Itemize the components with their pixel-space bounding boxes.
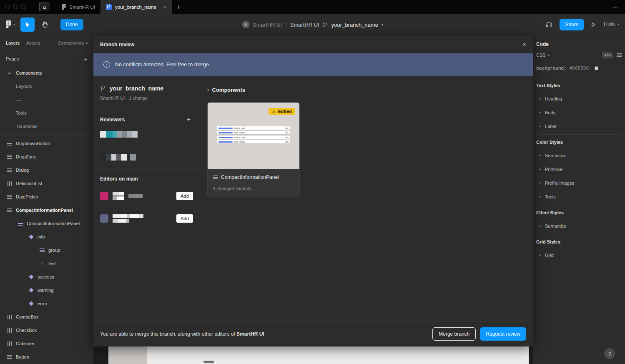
columns-icon — [8, 315, 12, 319]
add-page-button[interactable]: + — [84, 55, 88, 63]
layer-label: CompactInformationPanel — [27, 221, 80, 226]
code-language[interactable]: CSS — [536, 53, 546, 58]
help-button[interactable]: ? — [604, 348, 615, 359]
code-view-toggle-button[interactable]: </> — [602, 52, 613, 58]
chevron-down-icon[interactable]: ▾ — [382, 23, 383, 27]
modal-header: Branch review × — [93, 35, 533, 53]
style-item[interactable]: ▸Semantics — [536, 219, 622, 233]
branch-meta: SmartHR UI · 1 change — [100, 95, 193, 100]
layer-row[interactable]: ComboBox — [0, 310, 93, 324]
layer-row[interactable]: CheckBox — [0, 324, 93, 337]
layer-row[interactable]: DropZone — [0, 150, 93, 163]
component-card-caption: CompactInformationPanel 4 changed varian… — [208, 169, 299, 197]
chevron-right-icon: ▸ — [540, 97, 541, 100]
breadcrumb-file[interactable]: SmartHR UI — [290, 22, 319, 28]
page-item-layouts[interactable]: Layouts — [0, 80, 93, 93]
layer-row[interactable]: group — [0, 244, 93, 257]
style-item[interactable]: ▸Heading — [536, 92, 622, 105]
variant-diamond-icon — [29, 288, 33, 292]
cursor-icon — [24, 21, 31, 28]
layer-label: error — [38, 301, 47, 306]
table-view-toggle-button[interactable] — [617, 53, 622, 57]
zoom-menu[interactable]: 114% ▾ — [603, 22, 619, 28]
layer-row[interactable]: warning — [0, 284, 93, 297]
layer-label: info — [38, 234, 45, 239]
layers-list: DropdownButton DropZone Dialog Definitio… — [0, 136, 93, 364]
breadcrumb-team[interactable]: SmartHR UI — [253, 22, 282, 28]
warning-icon: ⚠ — [272, 109, 276, 114]
section-title: Text Styles — [536, 79, 622, 92]
style-item[interactable]: ▸Primitive — [536, 162, 622, 176]
changed-component-card[interactable]: ⚠ Edited CompactInforma — [207, 102, 300, 197]
tab-layers[interactable]: Layers — [6, 40, 20, 45]
hand-tool-button[interactable] — [38, 18, 52, 32]
component-thumbnail: ⚠ Edited — [208, 103, 299, 169]
layer-row[interactable]: Dialog — [0, 163, 93, 177]
merge-branch-button[interactable]: Merge branch — [432, 327, 476, 341]
css-property: background: — [536, 65, 567, 71]
file-tab-smarthr-ui[interactable]: SmartHR UI — [56, 0, 100, 14]
layer-row[interactable]: success — [0, 270, 93, 284]
components-section-title: Components — [212, 87, 245, 93]
add-reviewer-button[interactable]: + — [187, 116, 191, 123]
chevron-right-icon: ▸ — [540, 124, 541, 128]
horizontal-scrollbar[interactable] — [203, 361, 214, 363]
overflow-menu-button[interactable]: ⋯ — [612, 3, 625, 11]
main-menu-button[interactable]: ▾ — [3, 19, 18, 30]
add-editor-button[interactable]: Add — [176, 214, 193, 223]
layer-row[interactable]: Button — [0, 350, 93, 364]
style-item[interactable]: ▸Semantics — [536, 148, 622, 162]
page-item-dashes[interactable]: ---- — [0, 93, 93, 106]
done-button[interactable]: Done — [60, 19, 83, 30]
window-close-button[interactable] — [5, 5, 10, 9]
redacted-editor-meta — [128, 194, 143, 198]
layer-row[interactable]: Calender — [0, 337, 93, 350]
chevron-down-icon: ▾ — [207, 88, 209, 92]
share-button[interactable]: Share — [560, 19, 584, 30]
layer-row[interactable]: DatePicker — [0, 190, 93, 203]
window-minimize-button[interactable] — [13, 5, 18, 9]
right-sidebar: Code CSS ▾ </> background: #D6D3D0; Text… — [533, 35, 625, 364]
close-tab-icon[interactable]: × — [163, 4, 166, 10]
divider — [93, 168, 200, 168]
style-item[interactable]: ▸Profile Images — [536, 176, 622, 190]
home-button[interactable]: ⌂ — [39, 3, 50, 12]
window-zoom-button[interactable] — [21, 5, 25, 9]
style-item[interactable]: ▸Body — [536, 105, 622, 119]
layer-row[interactable]: error — [0, 297, 93, 310]
page-item-thumbnail[interactable]: Thumbnail — [0, 120, 93, 133]
layer-row[interactable]: Ttext — [0, 257, 93, 270]
page-item-tools[interactable]: Tools — [0, 106, 93, 120]
branch-icon — [100, 85, 106, 91]
present-button[interactable] — [590, 22, 596, 28]
chevron-right-icon: ▸ — [540, 110, 541, 114]
file-tab-branch[interactable]: your_branch_name × — [100, 0, 172, 14]
layer-row[interactable]: DropdownButton — [0, 137, 93, 150]
tab-assets[interactable]: Assets — [26, 40, 40, 45]
breadcrumb-branch[interactable]: your_branch_name — [331, 22, 378, 28]
editor-row: Add — [100, 214, 193, 223]
page-item-components[interactable]: ✓ Components — [0, 66, 93, 80]
layer-row[interactable]: CompactInformationPanel — [0, 217, 93, 230]
avatar: S — [242, 21, 249, 28]
style-item[interactable]: ▸Grid — [536, 248, 622, 262]
editor-row: Add — [100, 192, 193, 200]
add-editor-button[interactable]: Add — [176, 192, 193, 200]
left-sidebar: Layers Assets Components ▴ Pages + ✓ Com… — [0, 35, 93, 364]
text-icon: T — [41, 261, 43, 266]
request-review-button[interactable]: Request review — [480, 327, 526, 341]
audio-huddle-button[interactable] — [545, 21, 553, 28]
close-button[interactable]: × — [522, 41, 526, 48]
components-section-header[interactable]: ▾ Components — [207, 87, 526, 93]
list-icon — [7, 208, 12, 212]
breadcrumb: S SmartHR UI / SmartHR UI your_branch_na… — [242, 14, 383, 35]
layer-row[interactable]: info — [0, 230, 93, 244]
layer-row[interactable]: DefinitionList — [0, 177, 93, 190]
layer-row[interactable]: CompactInformationPanel — [0, 203, 93, 217]
move-tool-button[interactable] — [20, 18, 35, 32]
tab-components[interactable]: Components ▴ — [58, 40, 88, 45]
style-item[interactable]: ▸Tools — [536, 190, 622, 203]
style-label: Primitive — [545, 167, 562, 172]
new-tab-button[interactable]: + — [177, 3, 181, 11]
style-item[interactable]: ▸Label — [536, 119, 622, 133]
